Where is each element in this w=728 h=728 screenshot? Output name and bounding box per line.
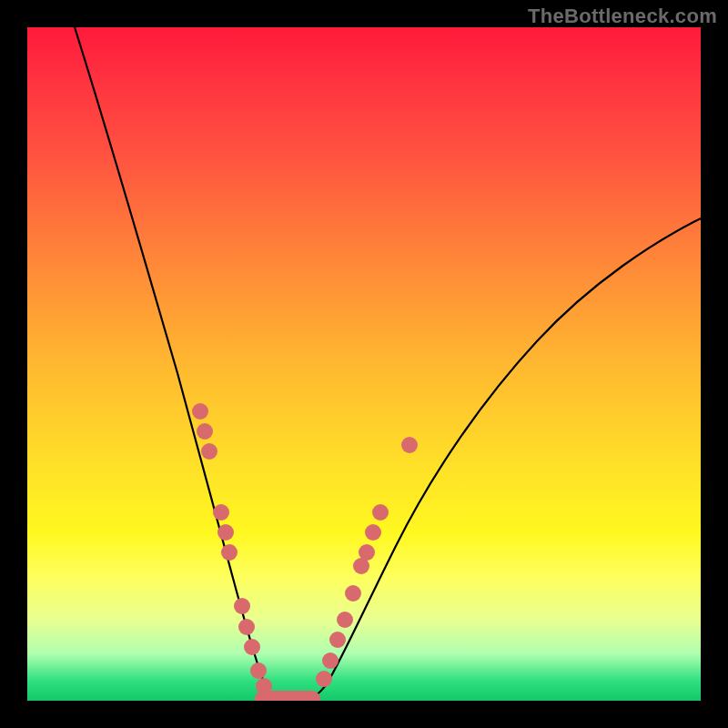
marker-dot	[401, 437, 418, 453]
marker-dot	[329, 632, 346, 648]
marker-dot	[244, 639, 260, 655]
marker-dot	[221, 544, 238, 561]
marker-dot	[372, 504, 389, 521]
marker-dot	[316, 671, 332, 687]
marker-dot	[322, 652, 339, 669]
marker-dot	[192, 403, 208, 420]
attribution-text: TheBottleneck.com	[528, 5, 717, 28]
marker-dot	[353, 558, 369, 574]
marker-dot	[234, 598, 250, 614]
marker-dot	[217, 524, 234, 541]
marker-dot	[365, 524, 381, 541]
right-branch-markers	[322, 437, 418, 669]
marker-dot	[250, 662, 267, 679]
left-branch-markers	[192, 403, 260, 655]
bottleneck-curve	[75, 27, 701, 699]
marker-dot	[337, 612, 353, 628]
chart-frame: TheBottleneck.com	[0, 0, 728, 728]
marker-dot	[238, 619, 255, 635]
marker-dot	[197, 423, 213, 440]
marker-dot	[345, 585, 361, 602]
marker-dot	[213, 504, 229, 521]
curve-layer	[27, 27, 701, 701]
marker-dot	[201, 443, 217, 460]
marker-dot	[256, 678, 272, 694]
plot-area	[27, 27, 701, 701]
